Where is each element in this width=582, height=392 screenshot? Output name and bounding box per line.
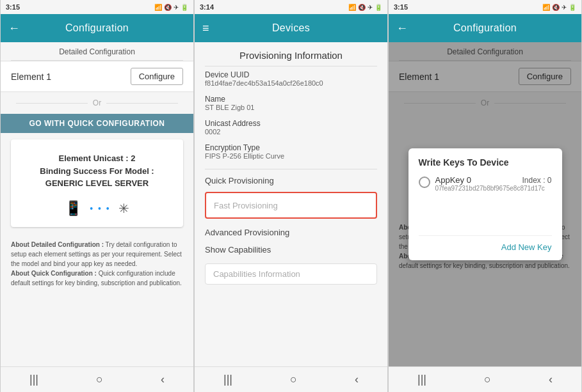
phone2: 3:14 📶 🔇 ✈ 🔋 ≡ Devices Provisioning Info… (194, 0, 388, 392)
phone3-key-index: Index : 0 (522, 176, 551, 185)
phone3-modal-footer: Add New Key (419, 235, 552, 253)
phone1-element-label: Element 1 (11, 72, 51, 82)
phone2-status-icons: 📶 🔇 ✈ 🔋 (348, 4, 382, 11)
phone3-modal-overlay: Write Keys To Device AppKey 0 Index : 0 … (389, 42, 581, 366)
phone1-popup-text: Element Unicast : 2 Binding Success For … (21, 152, 173, 190)
phone3-nav-menu[interactable]: ||| (405, 369, 439, 390)
phone3-modal-title: Write Keys To Device (419, 157, 552, 168)
phone2-nav-menu[interactable]: ||| (211, 369, 245, 390)
phone2-encryption: Encryption Type FIPS P-256 Elliptic Curv… (195, 139, 387, 164)
phone1-quick-config-header: GO WITH QUICK CONFIGURATION (1, 114, 193, 133)
phone2-fast-prov-placeholder: Fast Provisioning (214, 201, 278, 210)
phone1-bottom-info: About Detailed Configuration : Try detai… (1, 233, 193, 292)
phone1-nav-back[interactable]: ‹ (148, 369, 177, 390)
phone1-configure-button[interactable]: Configure (131, 68, 183, 85)
phone3-nav-home[interactable]: ○ (471, 369, 504, 390)
phone1-content: Detailed Configuration Element 1 Configu… (1, 42, 193, 366)
phone2-hamburger-button[interactable]: ≡ (202, 22, 209, 35)
bluetooth-icon: ✳ (118, 201, 129, 216)
phone1-back-button[interactable]: ← (8, 22, 20, 35)
phone2-fast-prov-box[interactable]: Fast Provisioning (205, 192, 377, 219)
phone3-status-icons: 📶 🔇 ✈ 🔋 (542, 4, 576, 11)
phone2-app-bar: ≡ Devices (195, 14, 387, 42)
phone1-bottom-nav: ||| ○ ‹ (1, 366, 193, 392)
phone2-nav-home[interactable]: ○ (277, 369, 310, 390)
phone2-bottom-nav: ||| ○ ‹ (195, 366, 387, 392)
phone3-back-button[interactable]: ← (396, 22, 408, 35)
phone1-popup-card: Element Unicast : 2 Binding Success For … (11, 139, 183, 227)
phone2-nav-back[interactable]: ‹ (342, 369, 371, 390)
phone3-app-bar-title: Configuration (453, 22, 517, 34)
phone1-element-row: Element 1 Configure (1, 61, 193, 92)
phone1-subtitle: Detailed Configuration (1, 42, 193, 60)
phone3-key-info: AppKey 0 Index : 0 07fea97231bd27b8bf967… (435, 175, 552, 192)
phone2-adv-prov-link[interactable]: Advanced Provisioning (195, 223, 387, 242)
phone2-unicast: Unicast Address 0002 (195, 115, 387, 139)
phone1: 3:15 📶 🔇 ✈ 🔋 ← Configuration Detailed Co… (0, 0, 194, 392)
phone3-key-radio[interactable] (419, 176, 430, 188)
phone2-device-uuid: Device UUID f81d4fae7dec4b53a154a0cf26e1… (195, 67, 387, 91)
phone2-name: Name ST BLE Zigb 01 (195, 91, 387, 115)
phone3-key-name: AppKey 0 (435, 175, 471, 185)
phone1-popup-icons: 📱 • • • ✳ (21, 200, 173, 217)
phone1-nav-home[interactable]: ○ (83, 369, 116, 390)
phone3: 3:15 📶 🔇 ✈ 🔋 ← Configuration Detailed Co… (388, 0, 582, 392)
phone3-nav-back[interactable]: ‹ (536, 369, 565, 390)
phone1-app-bar: ← Configuration (1, 14, 193, 42)
phone3-app-bar: ← Configuration (389, 14, 581, 42)
phone2-time: 3:14 (200, 3, 214, 11)
phone2-app-bar-title: Devices (272, 22, 310, 34)
phone3-status-bar: 3:15 📶 🔇 ✈ 🔋 (389, 0, 581, 14)
phone3-modal-empty-space (419, 197, 552, 235)
phone3-bottom-nav: ||| ○ ‹ (389, 366, 581, 392)
phone2-status-bar: 3:14 📶 🔇 ✈ 🔋 (195, 0, 387, 14)
phone3-key-hash: 07fea97231bd27b8bf9675e8c871d17c (435, 185, 552, 192)
phone2-quick-prov-label: Quick Provisioning (195, 169, 387, 188)
connection-dots-icon: • • • (90, 203, 110, 214)
phone1-or-divider: Or (1, 92, 193, 114)
phone3-modal-card: Write Keys To Device AppKey 0 Index : 0 … (408, 148, 562, 260)
phone1-status-icons: 📶 🔇 ✈ 🔋 (154, 4, 188, 11)
phone3-add-new-key-button[interactable]: Add New Key (501, 242, 552, 252)
phone1-app-bar-title: Configuration (65, 22, 129, 34)
phone2-content: Provisioning Information Device UUID f81… (195, 42, 387, 366)
phone2-show-cap-link[interactable]: Show Capabilities (195, 242, 387, 260)
phone-icon: 📱 (65, 200, 82, 217)
phone2-cap-input[interactable]: Capabilities Information (205, 263, 377, 285)
phone2-prov-info-title: Provisioning Information (195, 42, 387, 66)
phone3-time: 3:15 (394, 3, 408, 11)
phone1-nav-menu[interactable]: ||| (17, 369, 51, 390)
phone3-key-row: AppKey 0 Index : 0 07fea97231bd27b8bf967… (419, 175, 552, 192)
phone1-status-bar: 3:15 📶 🔇 ✈ 🔋 (1, 0, 193, 14)
phone1-time: 3:15 (6, 3, 20, 11)
